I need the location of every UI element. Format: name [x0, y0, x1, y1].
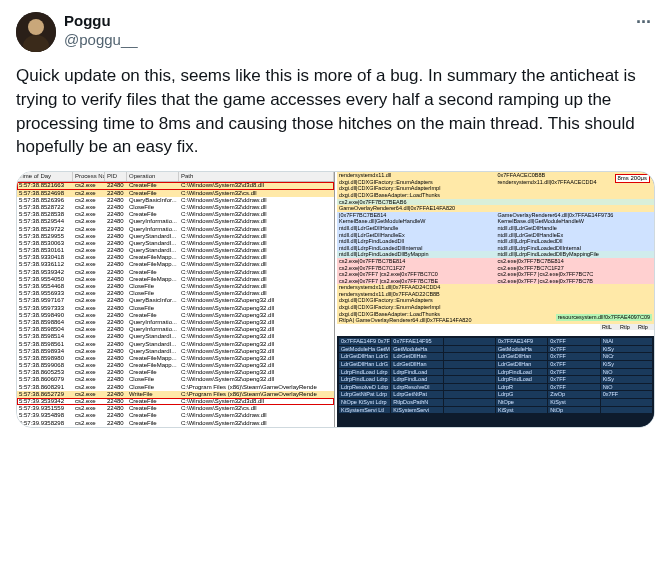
table-row[interactable]: 5:57:38.9539342cs2.exe22480CreateFileC:\… [17, 269, 334, 276]
col-proc[interactable]: Process Name [73, 172, 105, 181]
table-row[interactable]: 5:57:38.8526396cs2.exe22480QueryBasicInf… [17, 197, 334, 204]
stack-frame: ntdll.dll|LdrpFindLoadedDllntdll.dll|Ldr… [337, 238, 654, 245]
table-row[interactable]: 5:57:38.8529722cs2.exe22480QueryInformat… [17, 226, 334, 233]
table-row[interactable]: 5:57:39.9354898cs2.exe22480CreateFileC:\… [17, 412, 334, 419]
table-row[interactable]: 5:57:38.8524698cs2.exe22480CreateFileC:\… [17, 190, 334, 197]
col-op[interactable]: Operation [127, 172, 179, 181]
table-row[interactable]: 5:57:38.8598561cs2.exe22480QueryStandard… [17, 341, 334, 348]
table-row[interactable]: 5:57:38.8529544cs2.exe22480QueryInformat… [17, 218, 334, 225]
stack-frame: dxgi.dll|CDXGIFactory::EnumAdapterImpl [337, 304, 654, 311]
table-row[interactable]: 5:57:38.9598490cs2.exe22480CreateFileC:\… [17, 312, 334, 319]
table-row[interactable]: 5:57:38.8598980cs2.exe22480CreateFileMap… [17, 355, 334, 362]
table-row[interactable]: 5:57:38.8652729cs2.exe22480WriteFileC:\P… [17, 391, 334, 398]
media-container[interactable]: Time of Day Process Name PID Operation P… [16, 171, 655, 428]
table-row[interactable]: 5:57:38.9597333cs2.exe22480CloseFileC:\W… [17, 305, 334, 312]
stack-frame: ntdll.dll|LdrpFindLoadedDllByMappinntdll… [337, 251, 654, 258]
table-header: Time of Day Process Name PID Operation P… [17, 172, 334, 182]
grid-row: LdrGetDllHan LdrGLdrGetDllHanLdrGetDllHa… [339, 353, 652, 360]
table-row[interactable]: 5:57:38.8530063cs2.exe22480QueryStandard… [17, 240, 334, 247]
table-row[interactable]: 5:57:38.8598504cs2.exe22480QueryInformat… [17, 326, 334, 333]
more-button[interactable]: ··· [632, 12, 655, 33]
stack-frame: GameOverlayRenderer64.dll|0x7FFAE14FA820 [337, 205, 654, 212]
svg-point-1 [28, 19, 44, 35]
grid-row: LdrpFindLoad LdrpLdrpFindLoadLdrpFindLoa… [339, 369, 652, 376]
table-row[interactable]: 5:57:39.9358298cs2.exe22480CreateFileC:\… [17, 420, 334, 427]
side-labels: RtlLRtlpRtlp [337, 324, 654, 331]
stack-frame: cs2.exe|0x7FF7 |cs2.exe|0x7FF7BC7BEcs2.e… [337, 278, 654, 285]
stack-frame: rendersystemdx11.dll0x7FFAACEC0B8B [337, 172, 654, 179]
stack-frame: ntdll.dll|LdrGetDllHandlentdll.dll|LdrGe… [337, 225, 654, 232]
table-row[interactable]: 5:57:39.3539342cs2.exe22480CreateFileC:\… [17, 398, 334, 405]
col-path[interactable]: Path [179, 172, 334, 181]
stack-frame: KernelBase.dll|GetModuleHandleWKernelBas… [337, 218, 654, 225]
table-row[interactable]: 5:57:38.8599068cs2.exe22480CreateFileMap… [17, 362, 334, 369]
col-pid[interactable]: PID [105, 172, 127, 181]
table-row[interactable]: 5:57:38.8598514cs2.exe22480QueryStandard… [17, 333, 334, 340]
table-row[interactable]: 5:57:38.9336112cs2.exe22480CreateFileMap… [17, 261, 334, 268]
table-row[interactable]: 5:57:38.9554468cs2.exe22480CloseFileC:\W… [17, 283, 334, 290]
avatar[interactable] [16, 12, 56, 52]
table-row[interactable]: 5:57:38.8530161cs2.exe22480QueryStandard… [17, 247, 334, 254]
grid-row: GetModuleHa GetMGetModuleHaGetModuleHa0x… [339, 346, 652, 353]
timing-badge: 8ms 200μs [615, 174, 650, 183]
tweet-header: Poggu @poggu__ ··· [16, 12, 655, 52]
stack-frame: dxgi.dll|CDXGIFactory::EnumAdaptersrende… [337, 179, 654, 186]
display-name[interactable]: Poggu [64, 12, 624, 31]
user-info: Poggu @poggu__ [64, 12, 624, 50]
table-row[interactable]: 5:57:38.9554050cs2.exe22480CreateFileMap… [17, 276, 334, 283]
table-row[interactable]: 5:57:38.8528722cs2.exe22480CloseFileC:\W… [17, 204, 334, 211]
col-time[interactable]: Time of Day [17, 172, 73, 181]
stack-frame: cs2.exe|0x7FF7BC7BEAB6 [337, 199, 654, 206]
table-row[interactable]: 5:57:38.8528538cs2.exe22480CreateFileC:\… [17, 211, 334, 218]
grid-row: LdrpResolveD LdrpLdrpResolveDlLdrpR0x7FF… [339, 384, 652, 391]
table-row[interactable]: 5:57:38.8608291cs2.exe22480CloseFileC:\P… [17, 384, 334, 391]
table-row[interactable]: 5:57:39.9351559cs2.exe22480CreateFileC:\… [17, 405, 334, 412]
table-row[interactable]: 5:57:38.8605253cs2.exe22480CreateFileC:\… [17, 369, 334, 376]
table-row[interactable]: 5:57:38.8529955cs2.exe22480QueryStandard… [17, 233, 334, 240]
stack-frame: |0x7FF7BC7BE814GameOverlayRenderer64.dll… [337, 212, 654, 219]
grid-row: NtOpe KiSyst LdrpRtlpDosPathNNtOpeKiSyst [339, 399, 652, 406]
resource-tag: resourcesystem.dll!0x7FFAE4097C09 [556, 314, 652, 321]
stack-frame: ntdll.dll|LdrGetDllHandleExntdll.dll|Ldr… [337, 232, 654, 239]
dark-grid: 0x7FFAE14F9 0x7FF0x7FFAE14F950x7FFAE14F9… [337, 336, 654, 427]
stack-frame: rendersystemdx11.dll|0x7FFAAD22CB8B [337, 291, 654, 298]
grid-row: LdrpGetNtPat LdrpLdrpGetNtPatLdrpGZwOp0x… [339, 391, 652, 398]
table-row[interactable]: 5:57:38.9556933cs2.exe22480CloseFileC:\W… [17, 290, 334, 297]
tweet-text: Quick update on this, seems like this is… [16, 64, 655, 159]
stack-frame: rendersystemdx11.dll|0x7FFAAD24CDD4 [337, 284, 654, 291]
call-stack-top: 8ms 200μs rendersystemdx11.dll0x7FFAACEC… [337, 172, 654, 284]
stack-frame: dxgi.dll|CDXGIFactory::EnumAdapterImpl [337, 185, 654, 192]
grid-row: KiSystemServi LtlKiSystemServiKiSystNtOp [339, 407, 652, 414]
table-row[interactable]: 5:57:38.8521663cs2.exe22480CreateFileC:\… [17, 182, 334, 189]
profiler-panel: 8ms 200μs rendersystemdx11.dll0x7FFAACEC… [337, 172, 654, 427]
procmon-panel: Time of Day Process Name PID Operation P… [17, 172, 335, 427]
table-row[interactable]: 5:57:38.8606079cs2.exe22480CloseFileC:\W… [17, 376, 334, 383]
table-row[interactable]: 5:57:38.9330418cs2.exe22480CreateFileMap… [17, 254, 334, 261]
stack-frame: dxgi.dll|CDXGIBaseAdapter::LoadThunks [337, 192, 654, 199]
user-handle[interactable]: @poggu__ [64, 31, 624, 50]
grid-row: LdrpFindLoad LdrpLdrpFindLoadLdrpFindLoa… [339, 376, 652, 383]
grid-row: LdrGetDllHan LdrGLdrGetDllHanLdrGetDllHa… [339, 361, 652, 368]
table-row[interactable]: 5:57:38.9597167cs2.exe22480QueryBasicInf… [17, 297, 334, 304]
stack-frame: dxgi.dll|CDXGIFactory::EnumAdapters [337, 297, 654, 304]
call-stack-mid: resourcesystem.dll!0x7FFAE4097C09 render… [337, 284, 654, 336]
stack-frame: cs2.exe|0x7FF7BC7C1F27cs2.exe|0x7FF7BC7C… [337, 265, 654, 272]
grid-row: 0x7FFAE14F9 0x7FF0x7FFAE14F950x7FFAE14F9… [339, 338, 652, 345]
table-row[interactable]: 5:57:38.8598934cs2.exe22480QueryStandard… [17, 348, 334, 355]
stack-frame: cs2.exe|0x7FF7 |cs2.exe|0x7FF7BC7C0cs2.e… [337, 271, 654, 278]
stack-frame: ntdll.dll|LdrpFindLoadedDllInternalntdll… [337, 245, 654, 252]
table-row[interactable]: 5:57:38.8598864cs2.exe22480QueryInformat… [17, 319, 334, 326]
stack-frame: cs2.exe|0x7FF7BC7BE814cs2.exe|0x7FF7BC7B… [337, 258, 654, 265]
